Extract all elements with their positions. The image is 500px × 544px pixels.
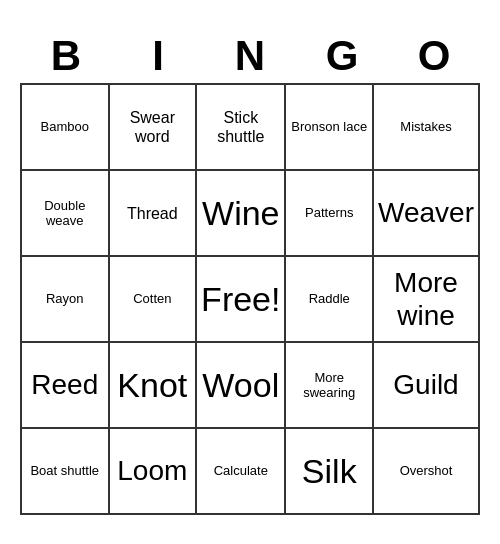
bingo-cell-12: Free!	[197, 257, 286, 343]
bingo-cell-22: Calculate	[197, 429, 286, 515]
bingo-cell-13: Raddle	[286, 257, 374, 343]
bingo-cell-18: More swearing	[286, 343, 374, 429]
bingo-cell-4: Mistakes	[374, 85, 480, 171]
bingo-cell-14: More wine	[374, 257, 480, 343]
bingo-cell-7: Wine	[197, 171, 286, 257]
bingo-cell-15: Reed	[22, 343, 110, 429]
bingo-cell-6: Thread	[110, 171, 198, 257]
bingo-cell-8: Patterns	[286, 171, 374, 257]
bingo-cell-0: Bamboo	[22, 85, 110, 171]
bingo-cell-1: Swear word	[110, 85, 198, 171]
bingo-cell-5: Double weave	[22, 171, 110, 257]
header-letter-i: I	[112, 29, 204, 83]
header-letter-b: B	[20, 29, 112, 83]
bingo-cell-11: Cotten	[110, 257, 198, 343]
header-letter-g: G	[296, 29, 388, 83]
bingo-cell-17: Wool	[197, 343, 286, 429]
bingo-cell-16: Knot	[110, 343, 198, 429]
bingo-cell-3: Bronson lace	[286, 85, 374, 171]
header-letter-n: N	[204, 29, 296, 83]
bingo-grid: BambooSwear wordStick shuttleBronson lac…	[20, 83, 480, 515]
bingo-card: BINGO BambooSwear wordStick shuttleBrons…	[10, 19, 490, 525]
bingo-cell-23: Silk	[286, 429, 374, 515]
bingo-cell-10: Rayon	[22, 257, 110, 343]
bingo-header: BINGO	[20, 29, 480, 83]
bingo-cell-2: Stick shuttle	[197, 85, 286, 171]
bingo-cell-19: Guild	[374, 343, 480, 429]
bingo-cell-21: Loom	[110, 429, 198, 515]
bingo-cell-20: Boat shuttle	[22, 429, 110, 515]
bingo-cell-24: Overshot	[374, 429, 480, 515]
header-letter-o: O	[388, 29, 480, 83]
bingo-cell-9: Weaver	[374, 171, 480, 257]
